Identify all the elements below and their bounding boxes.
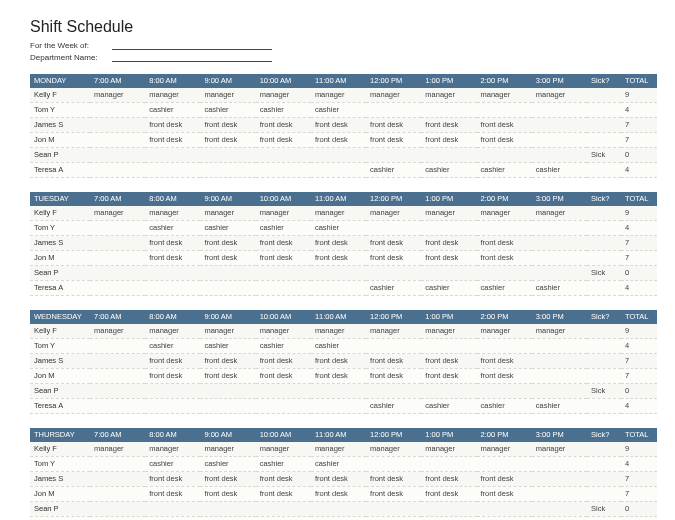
shift-cell: front desk (311, 133, 366, 148)
shift-cell (477, 339, 532, 354)
sick-cell (587, 472, 621, 487)
time-header: 8:00 AM (145, 74, 200, 88)
shift-cell: front desk (477, 133, 532, 148)
shift-cell (90, 487, 145, 502)
shift-cell (532, 133, 587, 148)
shift-cell (532, 236, 587, 251)
sick-header: Sick? (587, 310, 621, 324)
sick-cell (587, 324, 621, 339)
shift-cell: manager (256, 442, 311, 457)
sick-cell (587, 236, 621, 251)
shift-cell: manager (366, 324, 421, 339)
sick-cell (587, 517, 621, 521)
total-cell: 7 (621, 369, 657, 384)
sick-cell: Sick (587, 502, 621, 517)
shift-cell (256, 266, 311, 281)
table-row: Jon Mfront deskfront deskfront deskfront… (30, 133, 657, 148)
shift-cell: front desk (311, 472, 366, 487)
employee-name: Jon M (30, 369, 90, 384)
shift-cell: front desk (256, 354, 311, 369)
shift-cell (90, 148, 145, 163)
employee-name: Jon M (30, 487, 90, 502)
table-row: Jon Mfront deskfront deskfront deskfront… (30, 369, 657, 384)
shift-cell: cashier (366, 517, 421, 521)
shift-cell: front desk (256, 251, 311, 266)
shift-cell: front desk (477, 236, 532, 251)
shift-cell (477, 103, 532, 118)
shift-cell (532, 251, 587, 266)
shift-cell: front desk (421, 118, 476, 133)
total-cell: 4 (621, 163, 657, 178)
shift-cell: front desk (256, 118, 311, 133)
total-cell: 7 (621, 236, 657, 251)
sick-cell (587, 103, 621, 118)
shift-cell (532, 103, 587, 118)
shift-cell (256, 502, 311, 517)
shift-cell: manager (532, 206, 587, 221)
shift-cell: front desk (256, 236, 311, 251)
shift-cell: front desk (200, 118, 255, 133)
shift-cell: manager (421, 88, 476, 103)
shift-cell: manager (311, 88, 366, 103)
time-header: 3:00 PM (532, 428, 587, 442)
shift-cell: front desk (311, 487, 366, 502)
shift-cell: front desk (256, 133, 311, 148)
shift-cell (366, 103, 421, 118)
shift-cell: manager (90, 88, 145, 103)
shift-cell (477, 502, 532, 517)
employee-name: Kelly F (30, 88, 90, 103)
total-cell: 4 (621, 517, 657, 521)
shift-cell: front desk (311, 236, 366, 251)
shift-cell (145, 281, 200, 296)
sick-cell (587, 369, 621, 384)
sick-cell (587, 281, 621, 296)
shift-cell (477, 148, 532, 163)
sick-cell (587, 133, 621, 148)
sick-cell (587, 163, 621, 178)
shift-cell: cashier (311, 103, 366, 118)
day-header: THURSDAY (30, 428, 90, 442)
table-row: Tom Ycashiercashiercashiercashier4 (30, 339, 657, 354)
shift-cell: cashier (532, 163, 587, 178)
schedule-table: WEDNESDAY7:00 AM8:00 AM9:00 AM10:00 AM11… (30, 310, 657, 414)
time-header: 7:00 AM (90, 310, 145, 324)
total-cell: 7 (621, 133, 657, 148)
sick-cell: Sick (587, 266, 621, 281)
table-row: Teresa Acashiercashiercashiercashier4 (30, 399, 657, 414)
shift-cell: front desk (145, 472, 200, 487)
shift-cell: front desk (421, 251, 476, 266)
shift-cell: front desk (145, 133, 200, 148)
shift-cell: front desk (477, 251, 532, 266)
time-header: 3:00 PM (532, 74, 587, 88)
shift-cell (256, 384, 311, 399)
time-header: 9:00 AM (200, 74, 255, 88)
shift-cell (421, 103, 476, 118)
shift-cell (90, 517, 145, 521)
day-header: WEDNESDAY (30, 310, 90, 324)
shift-cell (90, 339, 145, 354)
table-row: Sean PSick0 (30, 266, 657, 281)
shift-cell: front desk (200, 472, 255, 487)
shift-cell (421, 221, 476, 236)
shift-cell (90, 163, 145, 178)
shift-cell: cashier (200, 457, 255, 472)
meta-dept-label: Department Name: (30, 53, 108, 62)
employee-name: Tom Y (30, 221, 90, 236)
sick-cell (587, 118, 621, 133)
time-header: 8:00 AM (145, 310, 200, 324)
shift-cell (477, 221, 532, 236)
time-header: 12:00 PM (366, 310, 421, 324)
shift-cell: manager (532, 442, 587, 457)
shift-cell: cashier (532, 399, 587, 414)
time-header: 10:00 AM (256, 428, 311, 442)
time-header: 10:00 AM (256, 310, 311, 324)
table-row: Sean PSick0 (30, 502, 657, 517)
shift-cell: front desk (366, 236, 421, 251)
total-cell: 4 (621, 339, 657, 354)
sick-cell (587, 339, 621, 354)
shift-cell: cashier (421, 517, 476, 521)
shift-cell (90, 502, 145, 517)
shift-cell: manager (311, 324, 366, 339)
time-header: 7:00 AM (90, 428, 145, 442)
total-cell: 4 (621, 399, 657, 414)
